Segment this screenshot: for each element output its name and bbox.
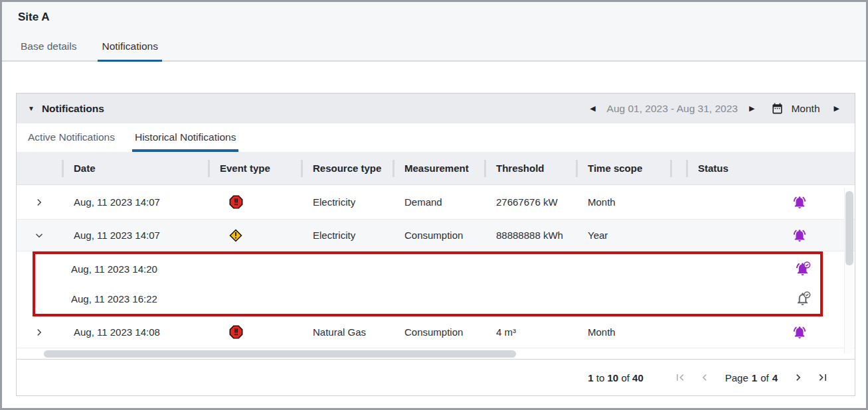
prev-period-icon[interactable]: ◀: [584, 104, 601, 113]
table-row[interactable]: Aug, 11 2023 14:08 Natural Gas Consumpti…: [17, 316, 855, 348]
warning-event-icon: [208, 229, 301, 242]
cell-resource-type: Natural Gas: [301, 326, 392, 338]
horizontal-scrollbar-track[interactable]: [17, 348, 855, 360]
chevron-right-icon: [33, 196, 45, 208]
cell-date: Aug, 11 2023 14:08: [62, 326, 208, 338]
expand-row-button[interactable]: [17, 326, 62, 338]
header-threshold: Threshold: [484, 160, 576, 177]
header-time-scope: Time scope: [576, 160, 670, 177]
ringing-bell-icon[interactable]: [686, 228, 855, 243]
critical-event-icon: [208, 325, 301, 339]
table-header-row: Date Event type Resource type Measuremen…: [17, 152, 855, 185]
cell-time-scope: Month: [576, 326, 670, 338]
period-selector[interactable]: Month: [791, 103, 820, 115]
cell-resource-type: Electricity: [301, 230, 392, 241]
next-page-icon[interactable]: [792, 371, 805, 384]
range-to: 10: [608, 372, 619, 383]
highlight-box: Aug, 11 2023 14:20 Aug, 11 2023 16:22: [33, 251, 823, 316]
pagination-range: 1 to 10 of 40: [588, 372, 643, 383]
page-header: Site A Base details Notifications: [2, 2, 866, 62]
acknowledged-bell-icon[interactable]: [795, 291, 811, 307]
collapse-chevron-icon[interactable]: ▼: [28, 105, 35, 112]
page-indicator: Page 1 of 4: [725, 372, 778, 383]
history-subrow: Aug, 11 2023 16:22: [35, 284, 820, 314]
header-date: Date: [62, 160, 208, 177]
pagination: 1 to 10 of 40 Page 1 of 4: [17, 360, 855, 384]
cell-measurement: Consumption: [392, 230, 484, 241]
app-window: Site A Base details Notifications ▼ Noti…: [0, 0, 868, 410]
first-page-icon[interactable]: [673, 371, 687, 384]
header-measurement: Measurement: [392, 160, 484, 177]
cell-date: Aug, 11 2023 14:07: [62, 196, 208, 208]
tab-active-notifications[interactable]: Active Notifications: [25, 123, 118, 152]
cell-time-scope: Year: [576, 230, 670, 241]
history-subrow: Aug, 11 2023 14:20: [35, 254, 820, 284]
chevron-down-icon: [33, 230, 45, 241]
current-page: 1: [752, 372, 757, 383]
cell-date: Aug, 11 2023 14:20: [71, 263, 157, 275]
table-row[interactable]: Aug, 11 2023 14:07 Electricity Demand 27…: [17, 185, 855, 220]
calendar-icon[interactable]: [771, 102, 784, 115]
total-pages: 4: [772, 372, 778, 383]
range-total: 40: [632, 372, 644, 383]
chevron-right-icon: [33, 326, 45, 338]
page-title: Site A: [2, 2, 866, 24]
tab-historical-notifications[interactable]: Historical Notifications: [132, 123, 238, 152]
horizontal-scrollbar-thumb[interactable]: [44, 350, 516, 358]
ringing-bell-icon[interactable]: [686, 325, 855, 340]
cell-time-scope: Month: [576, 196, 670, 208]
snoozed-bell-icon[interactable]: [795, 261, 811, 277]
cell-resource-type: Electricity: [301, 196, 392, 208]
period-menu-icon[interactable]: ▶: [828, 104, 845, 113]
cell-date: Aug, 11 2023 14:07: [62, 230, 208, 241]
header-event-type: Event type: [208, 160, 301, 177]
last-page-icon[interactable]: [816, 371, 829, 384]
cell-threshold: 88888888 kWh: [484, 230, 576, 241]
previous-page-icon[interactable]: [698, 371, 711, 384]
cell-threshold: 27667676 kW: [484, 196, 576, 208]
panel-title: Notifications: [42, 103, 104, 115]
notifications-table: Date Event type Resource type Measuremen…: [17, 152, 855, 360]
notifications-panel: ▼ Notifications ◀ Aug 01, 2023 - Aug 31,…: [16, 93, 855, 396]
notification-subtabs: Active Notifications Historical Notifica…: [17, 123, 855, 152]
collapse-row-button[interactable]: [17, 230, 62, 241]
header-spacer: [670, 160, 686, 177]
panel-header: ▼ Notifications ◀ Aug 01, 2023 - Aug 31,…: [17, 94, 855, 123]
cell-date: Aug, 11 2023 16:22: [71, 293, 157, 305]
vertical-scrollbar-track[interactable]: [844, 188, 853, 354]
ringing-bell-icon[interactable]: [686, 195, 855, 210]
header-status: Status: [686, 160, 855, 177]
cell-threshold: 4 m³: [484, 326, 576, 338]
tab-base-details[interactable]: Base details: [17, 40, 80, 60]
header-expander-column: [17, 160, 62, 177]
table-row-expanded[interactable]: Aug, 11 2023 14:07 Electricity Consumpti…: [17, 220, 855, 251]
main-tabs: Base details Notifications: [2, 24, 866, 62]
header-resource-type: Resource type: [301, 160, 392, 177]
vertical-scrollbar-thumb[interactable]: [845, 191, 853, 265]
cell-measurement: Consumption: [392, 326, 484, 338]
critical-event-icon: [208, 195, 301, 209]
cell-measurement: Demand: [392, 196, 484, 208]
date-range[interactable]: Aug 01, 2023 - Aug 31, 2023: [607, 103, 738, 115]
tab-notifications[interactable]: Notifications: [98, 40, 161, 60]
range-from: 1: [588, 372, 593, 383]
expand-row-button[interactable]: [17, 196, 62, 208]
next-period-icon[interactable]: ▶: [743, 104, 760, 113]
